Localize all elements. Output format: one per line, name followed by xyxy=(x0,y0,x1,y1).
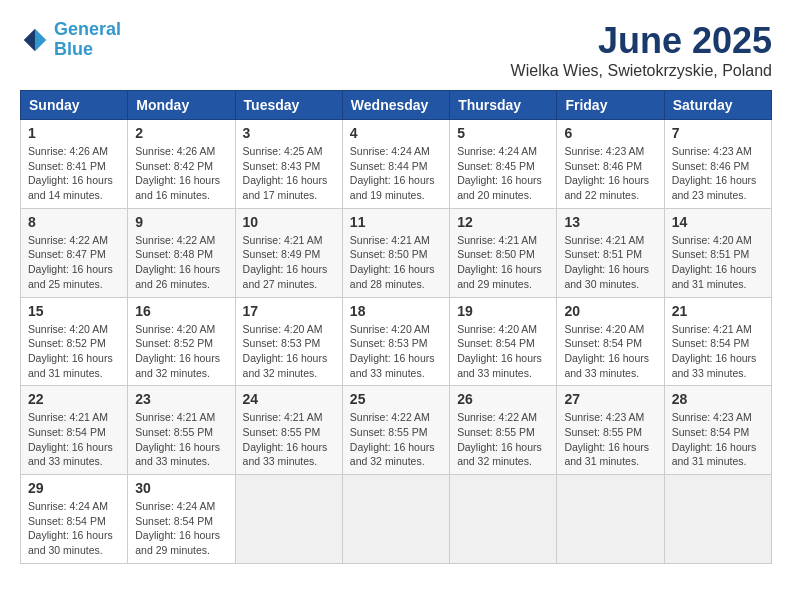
calendar-day-cell: 17 Sunrise: 4:20 AMSunset: 8:53 PMDaylig… xyxy=(235,297,342,386)
day-info: Sunrise: 4:23 AMSunset: 8:46 PMDaylight:… xyxy=(564,144,656,203)
day-number: 23 xyxy=(135,391,227,407)
day-number: 4 xyxy=(350,125,442,141)
weekday-header: Tuesday xyxy=(235,91,342,120)
calendar-header-row: SundayMondayTuesdayWednesdayThursdayFrid… xyxy=(21,91,772,120)
day-number: 24 xyxy=(243,391,335,407)
calendar-week-row: 22 Sunrise: 4:21 AMSunset: 8:54 PMDaylig… xyxy=(21,386,772,475)
day-info: Sunrise: 4:20 AMSunset: 8:52 PMDaylight:… xyxy=(135,322,227,381)
calendar-day-cell: 24 Sunrise: 4:21 AMSunset: 8:55 PMDaylig… xyxy=(235,386,342,475)
day-number: 15 xyxy=(28,303,120,319)
day-number: 28 xyxy=(672,391,764,407)
month-title: June 2025 xyxy=(511,20,772,62)
day-info: Sunrise: 4:22 AMSunset: 8:47 PMDaylight:… xyxy=(28,233,120,292)
calendar-day-cell: 19 Sunrise: 4:20 AMSunset: 8:54 PMDaylig… xyxy=(450,297,557,386)
page-header: General Blue June 2025 Wielka Wies, Swie… xyxy=(20,20,772,80)
day-number: 27 xyxy=(564,391,656,407)
calendar-day-cell: 7 Sunrise: 4:23 AMSunset: 8:46 PMDayligh… xyxy=(664,120,771,209)
calendar-day-cell: 15 Sunrise: 4:20 AMSunset: 8:52 PMDaylig… xyxy=(21,297,128,386)
svg-marker-3 xyxy=(35,40,46,51)
day-info: Sunrise: 4:23 AMSunset: 8:54 PMDaylight:… xyxy=(672,410,764,469)
calendar-day-cell: 22 Sunrise: 4:21 AMSunset: 8:54 PMDaylig… xyxy=(21,386,128,475)
calendar-day-cell: 2 Sunrise: 4:26 AMSunset: 8:42 PMDayligh… xyxy=(128,120,235,209)
day-number: 18 xyxy=(350,303,442,319)
day-number: 12 xyxy=(457,214,549,230)
day-info: Sunrise: 4:21 AMSunset: 8:50 PMDaylight:… xyxy=(457,233,549,292)
day-info: Sunrise: 4:22 AMSunset: 8:55 PMDaylight:… xyxy=(350,410,442,469)
calendar-day-cell: 4 Sunrise: 4:24 AMSunset: 8:44 PMDayligh… xyxy=(342,120,449,209)
day-number: 14 xyxy=(672,214,764,230)
day-number: 19 xyxy=(457,303,549,319)
calendar-day-cell: 28 Sunrise: 4:23 AMSunset: 8:54 PMDaylig… xyxy=(664,386,771,475)
location-title: Wielka Wies, Swietokrzyskie, Poland xyxy=(511,62,772,80)
day-number: 9 xyxy=(135,214,227,230)
day-number: 1 xyxy=(28,125,120,141)
day-number: 13 xyxy=(564,214,656,230)
calendar-week-row: 1 Sunrise: 4:26 AMSunset: 8:41 PMDayligh… xyxy=(21,120,772,209)
weekday-header: Sunday xyxy=(21,91,128,120)
day-info: Sunrise: 4:21 AMSunset: 8:50 PMDaylight:… xyxy=(350,233,442,292)
day-number: 6 xyxy=(564,125,656,141)
day-info: Sunrise: 4:24 AMSunset: 8:54 PMDaylight:… xyxy=(135,499,227,558)
day-info: Sunrise: 4:20 AMSunset: 8:51 PMDaylight:… xyxy=(672,233,764,292)
calendar-day-cell xyxy=(450,475,557,564)
calendar-table: SundayMondayTuesdayWednesdayThursdayFrid… xyxy=(20,90,772,564)
calendar-day-cell: 12 Sunrise: 4:21 AMSunset: 8:50 PMDaylig… xyxy=(450,208,557,297)
day-info: Sunrise: 4:24 AMSunset: 8:45 PMDaylight:… xyxy=(457,144,549,203)
calendar-day-cell xyxy=(557,475,664,564)
day-info: Sunrise: 4:20 AMSunset: 8:54 PMDaylight:… xyxy=(457,322,549,381)
calendar-day-cell xyxy=(664,475,771,564)
calendar-day-cell: 16 Sunrise: 4:20 AMSunset: 8:52 PMDaylig… xyxy=(128,297,235,386)
calendar-week-row: 15 Sunrise: 4:20 AMSunset: 8:52 PMDaylig… xyxy=(21,297,772,386)
calendar-day-cell: 21 Sunrise: 4:21 AMSunset: 8:54 PMDaylig… xyxy=(664,297,771,386)
logo-general: General xyxy=(54,19,121,39)
calendar-day-cell: 3 Sunrise: 4:25 AMSunset: 8:43 PMDayligh… xyxy=(235,120,342,209)
day-number: 16 xyxy=(135,303,227,319)
calendar-week-row: 8 Sunrise: 4:22 AMSunset: 8:47 PMDayligh… xyxy=(21,208,772,297)
day-info: Sunrise: 4:21 AMSunset: 8:49 PMDaylight:… xyxy=(243,233,335,292)
calendar-day-cell: 5 Sunrise: 4:24 AMSunset: 8:45 PMDayligh… xyxy=(450,120,557,209)
day-info: Sunrise: 4:21 AMSunset: 8:54 PMDaylight:… xyxy=(672,322,764,381)
weekday-header: Monday xyxy=(128,91,235,120)
calendar-day-cell: 14 Sunrise: 4:20 AMSunset: 8:51 PMDaylig… xyxy=(664,208,771,297)
day-number: 10 xyxy=(243,214,335,230)
day-number: 3 xyxy=(243,125,335,141)
calendar-day-cell: 6 Sunrise: 4:23 AMSunset: 8:46 PMDayligh… xyxy=(557,120,664,209)
logo-blue: Blue xyxy=(54,39,93,59)
day-info: Sunrise: 4:24 AMSunset: 8:44 PMDaylight:… xyxy=(350,144,442,203)
calendar-day-cell: 13 Sunrise: 4:21 AMSunset: 8:51 PMDaylig… xyxy=(557,208,664,297)
calendar-day-cell: 29 Sunrise: 4:24 AMSunset: 8:54 PMDaylig… xyxy=(21,475,128,564)
day-info: Sunrise: 4:24 AMSunset: 8:54 PMDaylight:… xyxy=(28,499,120,558)
calendar-day-cell: 30 Sunrise: 4:24 AMSunset: 8:54 PMDaylig… xyxy=(128,475,235,564)
day-info: Sunrise: 4:26 AMSunset: 8:41 PMDaylight:… xyxy=(28,144,120,203)
calendar-day-cell: 18 Sunrise: 4:20 AMSunset: 8:53 PMDaylig… xyxy=(342,297,449,386)
day-number: 29 xyxy=(28,480,120,496)
day-number: 25 xyxy=(350,391,442,407)
day-number: 17 xyxy=(243,303,335,319)
weekday-header: Saturday xyxy=(664,91,771,120)
day-info: Sunrise: 4:22 AMSunset: 8:48 PMDaylight:… xyxy=(135,233,227,292)
day-info: Sunrise: 4:25 AMSunset: 8:43 PMDaylight:… xyxy=(243,144,335,203)
day-number: 7 xyxy=(672,125,764,141)
day-info: Sunrise: 4:22 AMSunset: 8:55 PMDaylight:… xyxy=(457,410,549,469)
day-info: Sunrise: 4:20 AMSunset: 8:53 PMDaylight:… xyxy=(350,322,442,381)
day-number: 26 xyxy=(457,391,549,407)
svg-marker-2 xyxy=(24,40,35,51)
day-number: 2 xyxy=(135,125,227,141)
day-info: Sunrise: 4:20 AMSunset: 8:54 PMDaylight:… xyxy=(564,322,656,381)
day-info: Sunrise: 4:21 AMSunset: 8:51 PMDaylight:… xyxy=(564,233,656,292)
day-number: 22 xyxy=(28,391,120,407)
day-info: Sunrise: 4:26 AMSunset: 8:42 PMDaylight:… xyxy=(135,144,227,203)
day-info: Sunrise: 4:20 AMSunset: 8:53 PMDaylight:… xyxy=(243,322,335,381)
day-number: 30 xyxy=(135,480,227,496)
calendar-day-cell: 10 Sunrise: 4:21 AMSunset: 8:49 PMDaylig… xyxy=(235,208,342,297)
calendar-day-cell: 11 Sunrise: 4:21 AMSunset: 8:50 PMDaylig… xyxy=(342,208,449,297)
svg-marker-0 xyxy=(35,29,46,40)
day-number: 20 xyxy=(564,303,656,319)
calendar-day-cell: 25 Sunrise: 4:22 AMSunset: 8:55 PMDaylig… xyxy=(342,386,449,475)
calendar-day-cell xyxy=(235,475,342,564)
day-info: Sunrise: 4:21 AMSunset: 8:55 PMDaylight:… xyxy=(135,410,227,469)
svg-marker-1 xyxy=(24,29,35,40)
day-info: Sunrise: 4:21 AMSunset: 8:55 PMDaylight:… xyxy=(243,410,335,469)
calendar-day-cell: 9 Sunrise: 4:22 AMSunset: 8:48 PMDayligh… xyxy=(128,208,235,297)
calendar-day-cell: 26 Sunrise: 4:22 AMSunset: 8:55 PMDaylig… xyxy=(450,386,557,475)
